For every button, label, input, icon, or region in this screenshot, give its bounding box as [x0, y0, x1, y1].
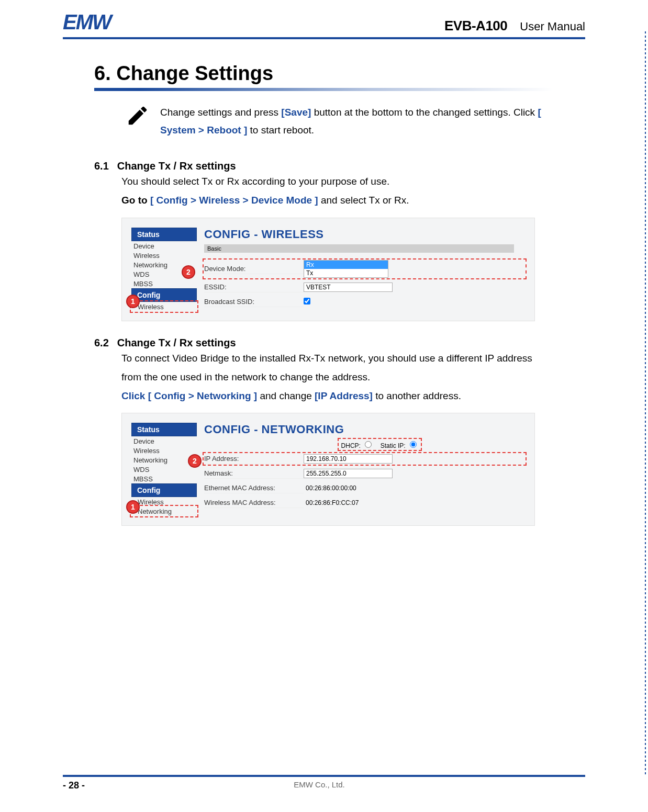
click-path-link: [ Config > Networking ]	[148, 390, 257, 401]
wmac-label: Wireless MAC Address:	[204, 498, 304, 508]
static-ip-radio[interactable]	[410, 441, 417, 448]
sub62-click: Click [ Config > Networking ] and change…	[121, 387, 554, 405]
dhcp-label: DHCP:	[341, 442, 361, 449]
doc-type: User Manual	[520, 20, 585, 33]
note-post: to start reboot.	[250, 125, 315, 136]
sub62-title: Change Tx / Rx settings	[117, 337, 236, 349]
essid-label: ESSID:	[204, 282, 304, 292]
ip-address-row: IP Address:	[204, 454, 525, 464]
broadcast-ssid-label: Broadcast SSID:	[204, 297, 304, 307]
sidebar2-item-wds[interactable]: WDS	[131, 465, 197, 474]
static-ip-label: Static IP:	[381, 442, 406, 449]
page-header: EMW EVB-A100 User Manual	[63, 10, 585, 39]
wmac-value: 00:26:86:F0:CC:07	[304, 499, 392, 507]
goto-path-link: [ Config > Wireless > Device Mode ]	[150, 195, 318, 206]
subsection-6-2: 6.2 Change Tx / Rx settings To connect V…	[94, 337, 554, 526]
click-post: to another address.	[375, 390, 461, 401]
screenshot-wireless: 1 2 Status Device Wireless Networking WD…	[121, 218, 535, 321]
page-right-ruler	[645, 31, 646, 775]
click-pre: Click	[121, 390, 148, 401]
sidebar-config-wireless[interactable]: Wireless	[131, 302, 197, 311]
broadcast-ssid-row: Broadcast SSID:	[204, 297, 525, 307]
ss1-title: CONFIG - WIRELESS	[204, 228, 525, 241]
note-block: Change settings and press [Save] button …	[94, 102, 554, 144]
page-number: - 28 -	[63, 780, 85, 791]
sidebar-status-header[interactable]: Status	[131, 228, 197, 241]
sub61-goto: Go to [ Config > Wireless > Device Mode …	[121, 191, 554, 210]
ss2-main-panel: CONFIG - NETWORKING DHCP: Static IP: IP …	[197, 423, 525, 516]
subsection-6-1: 6.1 Change Tx / Rx settings You should s…	[94, 160, 554, 321]
ip-address-input[interactable]	[304, 454, 393, 464]
eth-mac-row: Ethernet MAC Address: 00:26:86:00:00:00	[204, 483, 525, 493]
click-mid: and change	[260, 390, 315, 401]
section-title: 6. Change Settings	[94, 62, 554, 85]
sidebar2-item-networking[interactable]: Networking	[131, 455, 197, 465]
sub62-body1: To connect Video Bridge to the installed…	[121, 349, 554, 387]
note-mid: button at the bottom to the changed sett…	[314, 107, 538, 118]
netmask-label: Netmask:	[204, 468, 304, 479]
ip-address-label: IP Address:	[204, 454, 304, 464]
netmask-input[interactable]	[304, 469, 393, 478]
pencil-icon	[126, 104, 150, 133]
dhcp-radio[interactable]	[365, 441, 372, 448]
sub61-num: 6.1	[94, 160, 109, 172]
callout-marker-1b: 1	[126, 500, 140, 514]
ss2-title: CONFIG - NETWORKING	[204, 423, 525, 436]
header-right: EVB-A100 User Manual	[444, 18, 585, 34]
essid-input[interactable]	[304, 283, 393, 292]
sidebar2-status-header[interactable]: Status	[131, 423, 197, 436]
broadcast-ssid-checkbox[interactable]	[304, 298, 310, 304]
sub62-num: 6.2	[94, 337, 109, 349]
ss1-main-panel: CONFIG - WIRELESS Basic Device Mode: Rx …	[197, 228, 525, 311]
sidebar2-config-networking[interactable]: Networking	[131, 506, 197, 516]
sidebar2-config-wireless[interactable]: Wireless	[131, 497, 197, 506]
device-mode-label: Device Mode:	[204, 264, 304, 274]
callout-marker-1: 1	[126, 295, 140, 308]
screenshot-networking: 1 2 Status Device Wireless Networking WD…	[121, 413, 535, 526]
device-mode-opt-tx[interactable]: Tx	[304, 269, 388, 277]
page-footer: - 28 - EMW Co., Ltd.	[63, 775, 585, 791]
note-pre: Change settings and press	[160, 107, 281, 118]
model-number: EVB-A100	[444, 18, 507, 34]
section-rule	[94, 88, 554, 91]
sidebar-item-device[interactable]: Device	[131, 241, 197, 251]
callout-marker-2: 2	[182, 265, 195, 279]
essid-row: ESSID:	[204, 282, 525, 292]
dhcp-static-row: DHCP: Static IP:	[339, 439, 420, 449]
wmac-row: Wireless MAC Address: 00:26:86:F0:CC:07	[204, 498, 525, 508]
sidebar-config-header[interactable]: Config	[131, 288, 197, 302]
sidebar2-config-header[interactable]: Config	[131, 483, 197, 497]
device-mode-select[interactable]: Rx Tx	[304, 260, 388, 278]
device-mode-row: Device Mode: Rx Tx	[204, 260, 525, 278]
sidebar2-item-mbss[interactable]: MBSS	[131, 474, 197, 483]
note-text: Change settings and press [Save] button …	[160, 104, 549, 139]
logo: EMW	[63, 10, 111, 34]
sub61-body1: You should select Tx or Rx according to …	[121, 172, 554, 191]
callout-marker-2b: 2	[188, 454, 202, 468]
eth-mac-label: Ethernet MAC Address:	[204, 483, 304, 493]
note-save-link: [Save]	[281, 107, 311, 118]
sub61-title: Change Tx / Rx settings	[117, 160, 236, 172]
sidebar2-item-wireless[interactable]: Wireless	[131, 446, 197, 455]
footer-rule	[63, 775, 585, 777]
basic-tab[interactable]: Basic	[204, 244, 514, 253]
netmask-row: Netmask:	[204, 468, 525, 479]
sidebar-item-wireless[interactable]: Wireless	[131, 251, 197, 260]
goto-post: and select Tx or Rx.	[321, 195, 409, 206]
footer-company: EMW Co., Ltd.	[85, 780, 554, 791]
goto-pre: Go to	[121, 195, 150, 206]
ss2-sidebar: Status Device Wireless Networking WDS MB…	[131, 423, 197, 516]
eth-mac-value: 00:26:86:00:00:00	[304, 484, 392, 492]
sidebar-item-mbss[interactable]: MBSS	[131, 279, 197, 288]
click-ip-link: [IP Address]	[315, 390, 373, 401]
device-mode-opt-rx[interactable]: Rx	[304, 261, 388, 269]
sidebar2-item-device[interactable]: Device	[131, 436, 197, 446]
